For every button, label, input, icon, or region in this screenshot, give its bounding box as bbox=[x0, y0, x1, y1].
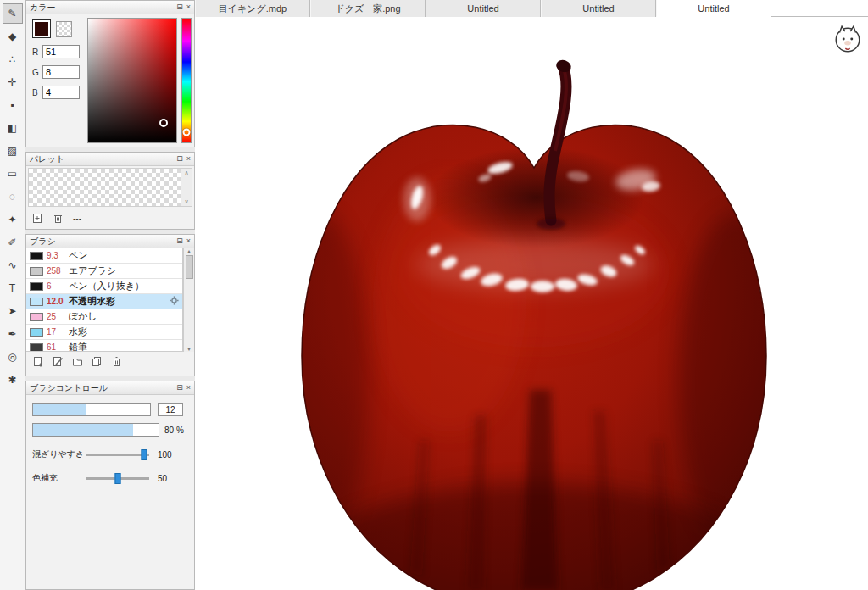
g-input[interactable] bbox=[42, 65, 80, 79]
side-panel-column: カラー ⊟ × R G B bbox=[25, 0, 195, 590]
dock-icon[interactable]: ⊟ bbox=[176, 237, 183, 245]
scroll-up-icon[interactable]: ∧ bbox=[184, 170, 188, 176]
brush-settings-gear-icon[interactable] bbox=[170, 296, 179, 307]
mixing-slider-handle[interactable] bbox=[142, 449, 147, 460]
drawing-canvas[interactable] bbox=[195, 17, 868, 590]
palette-swatch-grid[interactable] bbox=[29, 169, 181, 206]
palette-panel-title: パレット bbox=[30, 153, 64, 165]
tool-gradient[interactable]: ▨ bbox=[3, 141, 23, 161]
scroll-down-icon[interactable]: ▼ bbox=[186, 346, 192, 352]
brush-list-item[interactable]: 258 エアブラシ bbox=[26, 264, 182, 279]
tool-text[interactable]: T bbox=[3, 278, 23, 298]
brush-name: 鉛筆 bbox=[69, 341, 182, 352]
tool-hand[interactable]: ✱ bbox=[3, 370, 23, 390]
brush-control-panel-title: ブラシコントロール bbox=[30, 382, 108, 394]
brush-control-panel-header: ブラシコントロール ⊟ × bbox=[26, 381, 194, 395]
brush-list: 9.3 ペン 258 エアブラシ 6 ペン（入り抜き） 12.0 不透明水彩 bbox=[26, 248, 183, 352]
tool-eraser[interactable]: ◆ bbox=[3, 26, 23, 47]
scroll-up-icon[interactable]: ▲ bbox=[186, 248, 192, 254]
mixing-slider[interactable] bbox=[86, 454, 149, 456]
brush-name: 水彩 bbox=[69, 326, 182, 338]
hue-slider[interactable] bbox=[181, 18, 192, 143]
transparent-color-swatch[interactable] bbox=[56, 21, 72, 37]
brush-list-scrollbar[interactable]: ▲ ▼ bbox=[183, 248, 194, 352]
r-input[interactable] bbox=[42, 45, 80, 58]
foreground-color-swatch[interactable] bbox=[32, 19, 51, 38]
brush-list-item[interactable]: 61 鉛筆 bbox=[26, 340, 182, 352]
saturation-value-picker[interactable] bbox=[87, 18, 177, 143]
color-panel-header: カラー ⊟ × bbox=[26, 1, 194, 14]
add-brush-icon[interactable] bbox=[31, 354, 45, 368]
scroll-down-icon[interactable]: ∨ bbox=[184, 198, 188, 205]
b-input[interactable] bbox=[42, 86, 80, 99]
tab-document-5-active[interactable]: Untitled bbox=[656, 0, 771, 17]
close-icon[interactable]: × bbox=[186, 237, 191, 245]
brush-size-value[interactable]: 12 bbox=[158, 403, 183, 416]
trash-icon[interactable] bbox=[51, 211, 64, 225]
tool-strip: ✎ ◆ ∴ ✛ ▪ ◧ ▨ ▭ ◌ ✦ ✐ ∿ T ➤ ✒ ◎ ✱ bbox=[0, 0, 25, 590]
brush-size-slider[interactable] bbox=[32, 403, 151, 416]
tab-document-2[interactable]: ドクズ一家.png bbox=[310, 0, 426, 17]
color-recharge-value: 50 bbox=[158, 474, 167, 483]
edit-brush-icon[interactable] bbox=[51, 354, 64, 368]
brush-list-item[interactable]: 9.3 ペン bbox=[26, 248, 182, 264]
tool-smudge[interactable]: ∴ bbox=[3, 49, 23, 70]
color-recharge-slider[interactable] bbox=[86, 477, 149, 480]
brush-list-item[interactable]: 17 水彩 bbox=[26, 325, 182, 340]
close-icon[interactable]: × bbox=[186, 3, 191, 11]
brush-opacity-slider[interactable] bbox=[32, 423, 159, 437]
tool-move[interactable]: ✛ bbox=[3, 72, 23, 92]
tool-pen-nib[interactable]: ✒ bbox=[3, 324, 23, 344]
tab-document-1[interactable]: 目イキング.mdp bbox=[195, 0, 310, 17]
tab-document-3[interactable]: Untitled bbox=[426, 0, 541, 17]
brush-list-item-selected[interactable]: 12.0 不透明水彩 bbox=[26, 294, 182, 309]
color-recharge-label: 色補充 bbox=[32, 472, 86, 484]
tool-operation[interactable]: ➤ bbox=[3, 301, 23, 321]
canvas-artwork-apple bbox=[195, 17, 868, 590]
brush-swatch bbox=[30, 252, 43, 260]
duplicate-brush-icon[interactable] bbox=[90, 354, 103, 368]
brush-name: ペン bbox=[69, 249, 182, 262]
tool-curve[interactable]: ∿ bbox=[3, 255, 23, 276]
tool-magic-wand[interactable]: ✦ bbox=[3, 209, 23, 230]
palette-panel-header: パレット ⊟ × bbox=[26, 153, 194, 166]
brush-swatch bbox=[30, 313, 43, 321]
mixing-value: 100 bbox=[158, 450, 172, 459]
scrollbar-thumb[interactable] bbox=[186, 255, 193, 279]
tool-eyedropper[interactable]: ◎ bbox=[3, 347, 23, 367]
tool-fill[interactable]: ◧ bbox=[3, 118, 23, 138]
color-recharge-slider-handle[interactable] bbox=[115, 473, 121, 484]
brush-size: 258 bbox=[47, 266, 69, 276]
palette-name[interactable]: --- bbox=[73, 214, 81, 223]
color-panel-title: カラー bbox=[30, 2, 55, 14]
add-palette-color-icon[interactable] bbox=[31, 211, 44, 225]
brush-folder-icon[interactable] bbox=[70, 354, 84, 368]
color-panel: カラー ⊟ × R G B bbox=[25, 0, 195, 148]
close-icon[interactable]: × bbox=[186, 384, 191, 392]
tool-lasso[interactable]: ◌ bbox=[3, 186, 23, 207]
brush-list-item[interactable]: 25 ぼかし bbox=[26, 309, 182, 325]
brush-swatch bbox=[30, 343, 43, 352]
tool-polyline[interactable]: ✐ bbox=[3, 232, 23, 253]
dock-icon[interactable]: ⊟ bbox=[176, 3, 183, 11]
tool-select-rect[interactable]: ▭ bbox=[3, 164, 23, 184]
brush-name: エアブラシ bbox=[69, 264, 182, 277]
brush-name: 不透明水彩 bbox=[69, 295, 170, 308]
palette-scrollbar[interactable]: ∧ ∨ bbox=[181, 169, 192, 206]
dock-icon[interactable]: ⊟ bbox=[176, 155, 183, 163]
trash-icon[interactable] bbox=[109, 354, 123, 368]
brush-swatch bbox=[30, 298, 43, 306]
brush-name: ぼかし bbox=[69, 310, 182, 323]
brush-size: 17 bbox=[47, 327, 69, 337]
dock-icon[interactable]: ⊟ bbox=[176, 384, 183, 392]
tool-pen[interactable]: ✎ bbox=[3, 3, 23, 24]
hue-indicator[interactable] bbox=[183, 129, 191, 136]
brush-panel-title: ブラシ bbox=[30, 236, 56, 248]
sv-indicator[interactable] bbox=[159, 119, 168, 127]
tool-select-brush[interactable]: ▪ bbox=[3, 95, 23, 115]
brush-list-item[interactable]: 6 ペン（入り抜き） bbox=[26, 279, 182, 294]
brush-size: 9.3 bbox=[47, 251, 69, 260]
tab-document-4[interactable]: Untitled bbox=[541, 0, 656, 17]
close-icon[interactable]: × bbox=[186, 155, 191, 163]
brush-swatch bbox=[30, 282, 43, 291]
